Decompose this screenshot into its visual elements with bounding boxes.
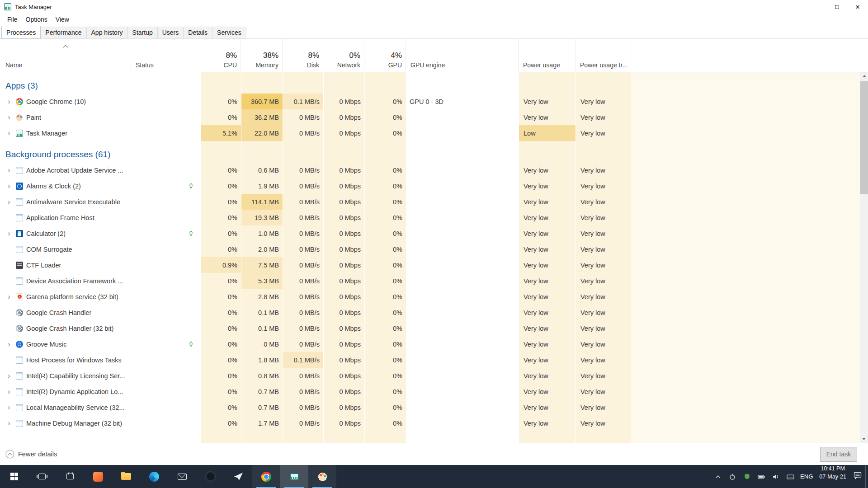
touch-keyboard-icon[interactable] — [786, 473, 795, 480]
network-cell: 0 Mbps — [323, 162, 364, 178]
process-row[interactable]: ›COM Surrogate0%2.0 MB0 MB/s0 Mbps0%Very… — [0, 241, 860, 257]
fewer-details-toggle[interactable]: Fewer details — [5, 450, 57, 459]
memory-cell: 1.8 MB — [241, 352, 283, 368]
expand-chevron-icon[interactable]: › — [5, 293, 13, 300]
process-row[interactable]: ›Alarms & Clock (2)0%1.9 MB0 MB/s0 Mbps0… — [0, 178, 860, 194]
end-task-button[interactable]: End task — [820, 447, 857, 462]
scroll-down-icon[interactable] — [862, 438, 866, 440]
volume-icon[interactable] — [771, 473, 780, 480]
column-header-power-usage[interactable]: Power usage — [519, 39, 576, 72]
process-row[interactable]: ›Groove Music0%0 MB0 MB/s0 Mbps0%Very lo… — [0, 336, 860, 352]
menu-view[interactable]: View — [52, 14, 73, 24]
tab-startup[interactable]: Startup — [127, 27, 158, 38]
expand-chevron-icon[interactable]: › — [5, 198, 13, 206]
column-header-gpu-engine[interactable]: GPU engine — [406, 39, 519, 72]
process-row[interactable]: ›Application Frame Host0%19.3 MB0 MB/s0 … — [0, 210, 860, 225]
process-row[interactable]: ›Google Chrome (10)0%360.7 MB0.1 MB/s0 M… — [0, 94, 860, 109]
process-row[interactable]: ›Task Manager5.1%22.0 MB0 MB/s0 Mbps0%Lo… — [0, 125, 860, 141]
minimize-button[interactable] — [806, 0, 826, 14]
tab-users[interactable]: Users — [157, 27, 184, 38]
filler-cell — [631, 273, 860, 289]
power-usage-cell: Low — [519, 125, 576, 141]
tab-services[interactable]: Services — [212, 27, 246, 38]
gpu-engine-cell — [406, 336, 519, 352]
orange-app-taskbar-button[interactable] — [84, 465, 112, 488]
expand-chevron-icon[interactable]: › — [5, 388, 13, 395]
process-row[interactable]: ›Machine Debug Manager (32 bit)0%1.7 MB0… — [0, 415, 860, 431]
power-usage-trend-cell: Very low — [576, 273, 631, 289]
vertical-scrollbar[interactable] — [860, 72, 868, 443]
process-row[interactable]: ›Adobe Acrobat Update Service ...0%0.6 M… — [0, 162, 860, 178]
cpu-cell: 0% — [200, 94, 241, 109]
process-row[interactable]: ›Calculator (2)0%1.0 MB0 MB/s0 Mbps0%Ver… — [0, 225, 860, 241]
process-row[interactable]: ›Device Association Framework ...0%5.3 M… — [0, 273, 860, 289]
expand-chevron-icon[interactable]: › — [5, 183, 13, 190]
maximize-button[interactable] — [826, 0, 847, 14]
group-header[interactable]: Background processes (61) — [0, 146, 860, 162]
tab-processes[interactable]: Processes — [1, 26, 41, 39]
menu-file[interactable]: File — [3, 14, 22, 24]
column-header-cpu[interactable]: 8%CPU — [200, 39, 241, 72]
process-row[interactable]: ›Google Crash Handler0%0.1 MB0 MB/s0 Mbp… — [0, 305, 860, 320]
process-row[interactable]: ›Local Manageability Service (32...0%0.7… — [0, 399, 860, 415]
scrollbar-thumb[interactable] — [860, 81, 868, 194]
column-header-memory[interactable]: 38%Memory — [241, 39, 283, 72]
show-desktop-button[interactable] — [865, 465, 868, 488]
column-header-gpu[interactable]: 4%GPU — [364, 39, 406, 72]
plane-app-taskbar-button[interactable] — [224, 465, 252, 488]
tab-performance[interactable]: Performance — [40, 27, 86, 38]
gpu-cell: 0% — [364, 94, 406, 109]
process-row[interactable]: ›Paint0%36.2 MB0 MB/s0 Mbps0%Very lowVer… — [0, 109, 860, 125]
close-button[interactable] — [847, 0, 868, 14]
tab-details[interactable]: Details — [183, 27, 212, 38]
task-manager-taskbar-button[interactable] — [280, 465, 308, 488]
column-header-power-usage-trend[interactable]: Power usage tr... — [576, 39, 631, 72]
hidden-icons-chevron-icon[interactable] — [713, 474, 722, 480]
expand-chevron-icon[interactable]: › — [5, 167, 13, 174]
group-header[interactable]: Apps (3) — [0, 78, 860, 94]
security-icon[interactable] — [742, 473, 751, 480]
network-cell — [323, 141, 364, 146]
group-spacer — [0, 141, 860, 146]
expand-chevron-icon[interactable]: › — [5, 114, 13, 121]
dark-app-taskbar-button[interactable] — [196, 465, 224, 488]
action-center-button[interactable] — [850, 465, 865, 488]
power-usage-cell: Very low — [519, 352, 576, 368]
name-cell — [0, 72, 131, 78]
window-icon — [16, 277, 23, 285]
menu-options[interactable]: Options — [22, 14, 52, 24]
power-icon[interactable] — [728, 473, 737, 480]
expand-chevron-icon[interactable]: › — [5, 98, 13, 105]
process-row[interactable]: ›CTF Loader0.9%7.5 MB0 MB/s0 Mbps0%Very … — [0, 257, 860, 273]
column-header-name[interactable]: Name — [0, 39, 131, 72]
expand-chevron-icon[interactable]: › — [5, 130, 13, 137]
expand-chevron-icon[interactable]: › — [5, 420, 13, 427]
process-row[interactable]: ›Intel(R) Dynamic Application Lo...0%0.7… — [0, 384, 860, 399]
process-row[interactable]: ›Host Process for Windows Tasks0%1.8 MB0… — [0, 352, 860, 368]
taskbar-clock[interactable]: 10:41 PM 07-May-21 — [816, 465, 850, 488]
chrome-taskbar-button[interactable] — [252, 465, 280, 488]
battery-icon[interactable] — [757, 473, 766, 480]
process-row[interactable]: ›Antimalware Service Executable0%114.1 M… — [0, 194, 860, 210]
store-taskbar-button[interactable] — [56, 465, 84, 488]
expand-chevron-icon[interactable]: › — [5, 372, 13, 380]
process-row[interactable]: ›Intel(R) Capability Licensing Ser...0%0… — [0, 368, 860, 384]
process-row[interactable]: ›Garena platform service (32 bit)0%2.8 M… — [0, 289, 860, 305]
expand-chevron-icon[interactable]: › — [5, 404, 13, 411]
disk-cell: 0 MB/s — [283, 368, 323, 384]
edge-taskbar-button[interactable] — [140, 465, 168, 488]
file-explorer-taskbar-button[interactable] — [112, 465, 140, 488]
paint-taskbar-button[interactable] — [308, 465, 336, 488]
expand-chevron-icon[interactable]: › — [5, 230, 13, 237]
scroll-up-icon[interactable] — [863, 75, 866, 77]
task-view-taskbar-button[interactable] — [28, 465, 56, 488]
column-header-status[interactable]: Status — [131, 39, 200, 72]
start-taskbar-button[interactable] — [0, 465, 28, 488]
language-indicator[interactable]: ENG — [797, 465, 816, 488]
column-header-disk[interactable]: 8%Disk — [283, 39, 323, 72]
process-row[interactable]: ›Google Crash Handler (32 bit)0%0.1 MB0 … — [0, 320, 860, 336]
expand-chevron-icon[interactable]: › — [5, 341, 13, 348]
column-header-network[interactable]: 0%Network — [323, 39, 364, 72]
tab-app-history[interactable]: App history — [86, 27, 128, 38]
mail-taskbar-button[interactable] — [168, 465, 196, 488]
